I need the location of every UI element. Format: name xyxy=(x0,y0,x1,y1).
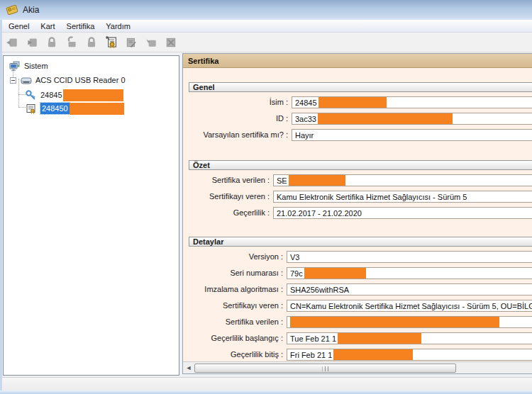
field-sertifikayi-veren: Sertifikayı veren : Kamu Elektronik Sert… xyxy=(189,191,532,203)
section-header: Detaylar xyxy=(189,237,532,247)
field-value-box[interactable]: Fri Feb 21 1 xyxy=(287,349,532,361)
field-value-box[interactable] xyxy=(287,316,532,328)
change-pin-icon[interactable] xyxy=(84,35,99,50)
horizontal-scrollbar: ◄ xyxy=(183,361,532,373)
tree-item-label: ACS CCID USB Reader 0 xyxy=(35,76,126,84)
tree-connector xyxy=(18,94,26,95)
collapse-toggle[interactable] xyxy=(10,77,16,84)
field-label: Sertifika verilen : xyxy=(189,316,287,328)
certificate-panel: Sertifika Genel İsim : 24845 xyxy=(182,53,532,374)
field-label: Sertifika verilen : xyxy=(189,174,273,186)
panel-title: Sertifika xyxy=(188,57,218,65)
menu-yardim[interactable]: Yardım xyxy=(100,21,136,31)
redaction-block xyxy=(63,89,123,101)
section-ozet: Özet Sertifika verilen : SE Sertifikayı … xyxy=(189,160,532,219)
window-title: Akia xyxy=(23,5,39,15)
field-seri-numarasi: Seri numarası : 79c xyxy=(189,267,532,279)
field-label: İsim : xyxy=(189,96,292,108)
field-gecerlilik: Geçerlilik : 21.02.2017 - 21.02.2020 xyxy=(189,207,532,219)
field-label: Imzalama algoritması : xyxy=(189,283,287,296)
field-value-box[interactable]: Kamu Elektronik Sertifika Hizmet Sağlayı… xyxy=(273,191,532,203)
field-sertifika-verilen: Sertifika verilen : SE xyxy=(189,174,532,186)
tree-item-reader[interactable]: ACS CCID USB Reader 0 xyxy=(21,74,126,86)
status-bar xyxy=(0,377,532,390)
menu-sertifika[interactable]: Sertifika xyxy=(61,21,101,31)
menu-kart[interactable]: Kart xyxy=(35,21,60,31)
certificate-details: Genel İsim : 24845 ID : 3ac33 xyxy=(183,68,532,362)
field-sertifikayi-veren-dn: Sertifikayı veren : CN=Kamu Elektronik S… xyxy=(189,300,532,312)
redaction-block xyxy=(70,103,124,115)
field-value-box[interactable]: SHA256withRSA xyxy=(287,283,532,296)
menu-genel[interactable]: Genel xyxy=(3,21,35,31)
app-icon xyxy=(6,4,18,16)
field-value-box[interactable]: Hayır xyxy=(292,129,532,141)
field-id: ID : 3ac33 xyxy=(189,113,532,125)
toolbar xyxy=(0,33,532,52)
main-area: Sistem ACS CCID USB Reader 0 24845 xyxy=(0,52,532,377)
redaction-block xyxy=(338,333,421,344)
tree-item-label: 24845 xyxy=(40,91,62,99)
section-detaylar: Detaylar Versiyon : V3 Seri numarası : 7… xyxy=(189,237,532,361)
delete-certificate-icon[interactable] xyxy=(163,35,179,50)
field-label: Varsayılan sertifika mı? : xyxy=(189,129,292,141)
field-value-box[interactable]: SE xyxy=(273,174,532,186)
field-label: Seri numarası : xyxy=(189,267,287,279)
field-value-box[interactable]: 21.02.2017 - 21.02.2020 xyxy=(273,207,532,219)
redaction-block xyxy=(290,317,499,327)
field-label: Geçerlilik bitiş : xyxy=(189,349,287,361)
tree-connector xyxy=(18,107,26,108)
window-border-left xyxy=(0,20,2,394)
lock-card-icon[interactable] xyxy=(44,35,60,50)
field-label: Sertifikayı veren : xyxy=(189,191,273,203)
section-title: Detaylar xyxy=(193,237,223,246)
redaction-block xyxy=(318,97,387,108)
field-versiyon: Versiyon : V3 xyxy=(189,251,532,263)
import-certificate-icon[interactable] xyxy=(143,35,159,50)
title-bar: Akia xyxy=(0,0,532,20)
section-header: Genel xyxy=(189,82,532,92)
menu-bar: Genel Kart Sertifika Yardım xyxy=(0,20,532,33)
field-value-box[interactable]: Tue Feb 21 1 xyxy=(287,332,532,344)
field-isim: İsim : 24845 xyxy=(189,96,532,108)
scroll-left-arrow-icon[interactable]: ◄ xyxy=(183,362,194,373)
device-tree-panel: Sistem ACS CCID USB Reader 0 24845 xyxy=(3,55,179,376)
section-genel: Genel İsim : 24845 ID : 3ac33 xyxy=(189,82,532,141)
field-value-box[interactable]: 3ac33 xyxy=(292,113,532,125)
field-gecerlilik-bitis: Geçerlilik bitiş : Fri Feb 21 1 xyxy=(189,349,532,361)
field-value-box[interactable]: 24845 xyxy=(292,96,532,108)
redaction-block xyxy=(304,268,366,278)
unlock-card-icon[interactable] xyxy=(64,35,79,50)
section-header: Özet xyxy=(189,160,532,170)
field-value-box[interactable]: CN=Kamu Elektronik Sertifika Hizmet Sağl… xyxy=(287,300,532,312)
key-icon xyxy=(26,90,37,101)
window-border-bottom xyxy=(0,390,532,394)
field-varsayilan: Varsayılan sertifika mı? : Hayır xyxy=(189,129,532,141)
field-label: ID : xyxy=(189,113,292,125)
field-value-box[interactable]: V3 xyxy=(287,251,532,263)
certificate-icon xyxy=(26,103,37,114)
insert-card-icon[interactable] xyxy=(4,35,20,50)
tree-item-system[interactable]: Sistem xyxy=(9,60,48,72)
field-imzalama-algoritmasi: Imzalama algoritması : SHA256withRSA xyxy=(189,283,532,296)
tree-item-certificate-selected[interactable]: 248450 xyxy=(26,102,124,115)
show-certificate-icon[interactable] xyxy=(104,35,119,50)
app-window: Akia Genel Kart Sertifika Yardım xyxy=(0,0,532,394)
tree-item-label: Sistem xyxy=(24,62,48,70)
computer-icon xyxy=(9,61,21,72)
tree-item-key[interactable]: 24845 xyxy=(26,89,123,101)
field-label: Versiyon : xyxy=(189,251,287,263)
field-gecerlilik-baslangic: Geçerlilik başlangıç : Tue Feb 21 1 xyxy=(189,332,532,344)
remove-card-icon[interactable] xyxy=(24,35,40,50)
field-label: Geçerlilik başlangıç : xyxy=(189,332,287,344)
scrollbar-thumb[interactable] xyxy=(194,364,456,373)
scrollbar-grip-icon xyxy=(322,366,328,371)
section-title: Genel xyxy=(193,83,215,91)
redaction-block xyxy=(333,349,413,360)
field-label: Sertifikayı veren : xyxy=(189,300,287,312)
card-reader-icon xyxy=(21,75,32,86)
sign-certificate-icon[interactable] xyxy=(123,35,139,50)
tree-connector xyxy=(18,79,19,107)
redaction-block xyxy=(318,113,453,124)
field-sertifika-verilen-dn: Sertifika verilen : xyxy=(189,316,532,328)
field-value-box[interactable]: 79c xyxy=(287,267,532,279)
